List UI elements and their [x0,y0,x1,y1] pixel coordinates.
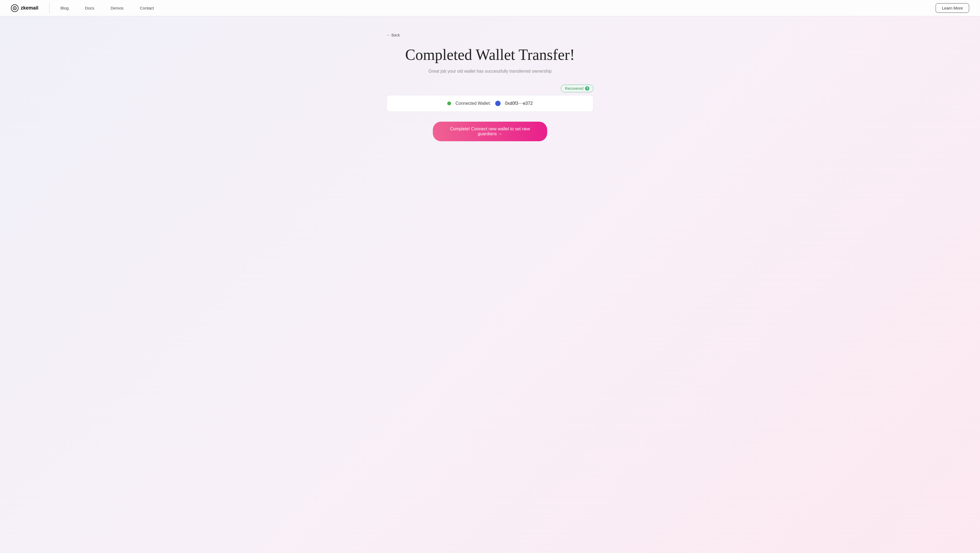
nav-contact[interactable]: Contact [140,6,154,10]
recovered-badge: Recovered ? [561,85,593,92]
nav-docs[interactable]: Docs [85,6,94,10]
page-title: Completed Wallet Transfer! [387,46,593,64]
nav-blog[interactable]: Blog [60,6,68,10]
wallet-card: Connected Wallet: 0xd0f3····e372 [387,95,593,112]
back-link[interactable]: ← Back [387,33,400,37]
wallet-label: Connected Wallet: [455,101,491,106]
recovered-info-icon[interactable]: ? [585,86,589,91]
logo-link[interactable]: zkemail [11,4,38,12]
logo-text: zkemail [21,5,38,11]
nav-demos[interactable]: Demos [111,6,124,10]
learn-more-button[interactable]: Learn More [935,3,969,13]
navbar: zkemail Blog Docs Demos Contact Learn Mo… [0,0,980,16]
logo-icon [11,4,19,12]
wallet-chain-icon [495,101,501,106]
wallet-address: 0xd0f3····e372 [505,101,533,106]
back-label: ← Back [387,33,400,37]
svg-point-2 [14,8,15,9]
complete-cta-button[interactable]: Complete! Connect new wallet to set new … [433,122,547,141]
main-content: ← Back Completed Wallet Transfer! Great … [381,16,599,163]
recovered-badge-row: Recovered ? [387,85,593,92]
nav-links: Blog Docs Demos Contact [60,6,935,10]
page-subtitle: Great job your old wallet has successful… [387,69,593,74]
recovered-label: Recovered [565,86,583,91]
wallet-status-dot [447,102,451,105]
nav-cta-area: Learn More [935,3,969,13]
